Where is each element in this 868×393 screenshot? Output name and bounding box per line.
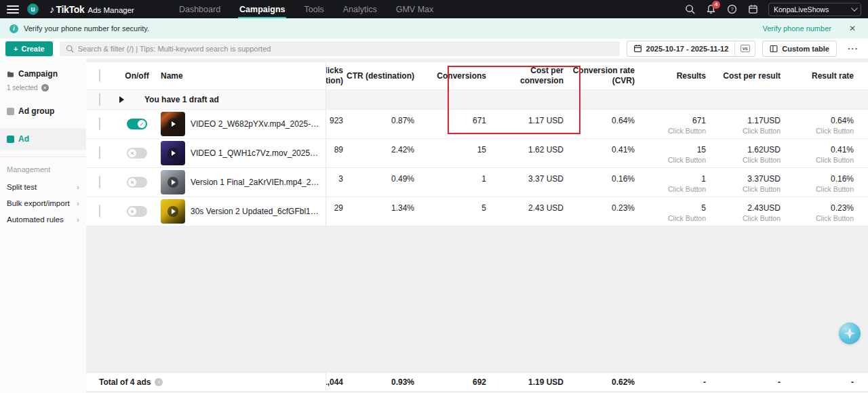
total-info-icon[interactable]: i <box>155 378 163 386</box>
cell-cvr: 0.41% <box>564 139 635 167</box>
cell-cost_per_conversion: 1.17 USD <box>486 110 564 138</box>
expand-triangle-icon[interactable] <box>119 96 124 103</box>
sidebar-link-bulk-export-import[interactable]: Bulk export/import› <box>0 195 86 211</box>
cell-conversions: 15 <box>414 139 486 167</box>
play-icon <box>167 206 178 217</box>
cell-cost_per_conversion: 3.37 USD <box>486 168 564 196</box>
onoff-toggle[interactable]: ✕ <box>127 206 147 217</box>
play-icon <box>167 148 178 159</box>
draft-ads-row[interactable]: You have 1 draft ad <box>86 90 868 110</box>
ad-row: ✕30s Version 2 Updated_6cfGFbl1.mp4_202.… <box>86 197 868 226</box>
banner-close-icon[interactable]: ✕ <box>849 24 856 33</box>
video-thumbnail[interactable] <box>161 199 185 224</box>
clear-selection-icon[interactable]: ✕ <box>41 84 49 91</box>
calendar-icon[interactable] <box>747 4 758 15</box>
row-checkbox[interactable] <box>99 146 100 159</box>
select-all-checkbox[interactable] <box>99 69 100 82</box>
column-header-onoff[interactable]: On/off <box>125 71 149 81</box>
video-thumbnail[interactable] <box>161 170 185 194</box>
ad-label: Ad <box>18 134 29 144</box>
cell-result_rate: 0.16%Click Button <box>781 168 854 196</box>
nav-tabs: DashboardCampaignsToolsAnalyticsGMV Max <box>170 0 443 18</box>
nav-tab-tools[interactable]: Tools <box>294 0 333 18</box>
cell-ctr: 2.42% <box>343 139 414 167</box>
sidebar-link-automated-rules[interactable]: Automated rules› <box>0 211 86 228</box>
ads-table: On/off Name Clicks (destination)CTR (des… <box>86 58 868 393</box>
nav-tab-gmv-max[interactable]: GMV Max <box>387 0 443 18</box>
column-header-conversions[interactable]: Conversions <box>414 62 486 89</box>
video-thumbnail[interactable] <box>161 112 185 136</box>
onoff-toggle[interactable]: ✓ <box>127 119 147 129</box>
ad-name-link[interactable]: Version 1 Final_2aKrVIEh.mp4_2025-10-23 … <box>191 178 320 187</box>
column-header-cost_per_conversion[interactable]: Cost per conversion <box>486 62 564 89</box>
account-selector[interactable]: KonpaLiveShows <box>768 3 861 16</box>
search-filter-input[interactable]: Search & filter (/) | Tips: Multi-keywor… <box>60 41 620 56</box>
total-cell-cvr: 0.62% <box>564 373 635 391</box>
sidebar-divider <box>0 157 86 157</box>
row-checkbox[interactable] <box>99 205 100 218</box>
chevron-right-icon: › <box>77 215 79 224</box>
video-thumbnail[interactable] <box>161 141 185 165</box>
column-header-results[interactable]: Results <box>635 62 706 89</box>
verify-phone-link[interactable]: Verify phone number <box>762 24 831 33</box>
brand-logo: ♪ TikTok Ads Manager <box>50 3 134 15</box>
column-header-clicks[interactable]: Clicks (destination) <box>326 62 343 89</box>
onoff-toggle[interactable]: ✕ <box>127 148 147 159</box>
cell-cvr: 0.64% <box>564 110 635 138</box>
nav-tab-dashboard[interactable]: Dashboard <box>170 0 230 18</box>
onoff-toggle[interactable]: ✕ <box>127 177 147 188</box>
nav-tab-campaigns[interactable]: Campaigns <box>230 0 294 18</box>
search-icon[interactable] <box>684 4 695 15</box>
column-header-ctr[interactable]: CTR (destination) <box>343 62 414 89</box>
cell-results: 1Click Button <box>635 168 706 196</box>
table-total-row: Total of 4 ads i 1,0440.93%6921.19 USD0.… <box>86 372 868 392</box>
column-header-cost_per_result[interactable]: Cost per result <box>706 62 781 89</box>
hamburger-menu-icon[interactable] <box>7 5 19 14</box>
row-checkbox[interactable] <box>99 117 100 130</box>
sidebar-item-adgroup[interactable]: Ad group <box>0 101 86 121</box>
ad-name-link[interactable]: 30s Version 2 Updated_6cfGFbl1.mp4_202..… <box>191 207 320 216</box>
cell-result_rate: 0.23%Click Button <box>781 197 854 226</box>
row-checkbox[interactable] <box>99 175 100 188</box>
create-button[interactable]: + Create <box>5 41 53 56</box>
cell-ctr: 1.34% <box>343 197 414 226</box>
ai-assistant-button[interactable] <box>839 323 861 344</box>
avatar[interactable]: u <box>27 3 39 15</box>
top-nav: u ♪ TikTok Ads Manager DashboardCampaign… <box>0 0 868 18</box>
custom-table-button[interactable]: Custom table <box>762 41 837 57</box>
date-range-button[interactable]: 2025-10-17 - 2025-11-12 <box>627 41 735 56</box>
cell-cvr: 0.16% <box>564 168 635 196</box>
notification-bell-icon[interactable]: 4 <box>705 4 716 15</box>
cell-cost_per_result: 1.62USDClick Button <box>706 139 781 167</box>
vs-icon: vs <box>741 45 750 52</box>
folder-icon <box>7 70 14 78</box>
phone-verify-banner: i Verify your phone number for security.… <box>0 18 868 39</box>
brand-name: TikTok <box>56 4 85 15</box>
total-cell-result_rate: - <box>781 373 854 391</box>
toggle-x-icon: ✕ <box>128 178 136 186</box>
nav-right: 4 ? KonpaLiveShows <box>684 3 868 16</box>
more-options-button[interactable]: ··· <box>844 43 863 54</box>
draft-row-checkbox[interactable] <box>99 93 100 106</box>
chevron-down-icon <box>851 5 858 12</box>
cell-cvr: 0.23% <box>564 197 635 226</box>
cell-result_rate: 0.64%Click Button <box>781 110 854 138</box>
column-header-name[interactable]: Name <box>161 71 183 81</box>
play-icon <box>167 119 178 129</box>
create-label: Create <box>21 45 44 53</box>
cell-conversions: 5 <box>414 197 486 226</box>
nav-tab-analytics[interactable]: Analytics <box>334 0 387 18</box>
sidebar-item-ad[interactable]: Ad <box>0 128 86 150</box>
total-cell-cost_per_result: - <box>706 373 781 391</box>
column-header-result_rate[interactable]: Result rate <box>781 62 854 89</box>
column-header-cvr[interactable]: Conversion rate (CVR) <box>564 62 635 89</box>
ad-name-link[interactable]: VIDEO 2_W682pYXv.mp4_2025-10-22 02:3... <box>191 119 320 129</box>
sidebar-link-split-test[interactable]: Split test› <box>0 179 86 195</box>
sparkle-icon <box>843 327 856 340</box>
sidebar-item-campaign[interactable]: Campaign <box>0 64 86 84</box>
toggle-x-icon: ✕ <box>128 149 136 157</box>
help-icon[interactable]: ? <box>726 4 737 15</box>
ad-name-link[interactable]: VIDEO 1_QWH1c7Vz.mov_2025-10-23 18:3... <box>191 148 320 158</box>
table-header-row: On/off Name Clicks (destination)CTR (des… <box>86 62 868 90</box>
compare-button[interactable]: vs <box>734 41 755 56</box>
